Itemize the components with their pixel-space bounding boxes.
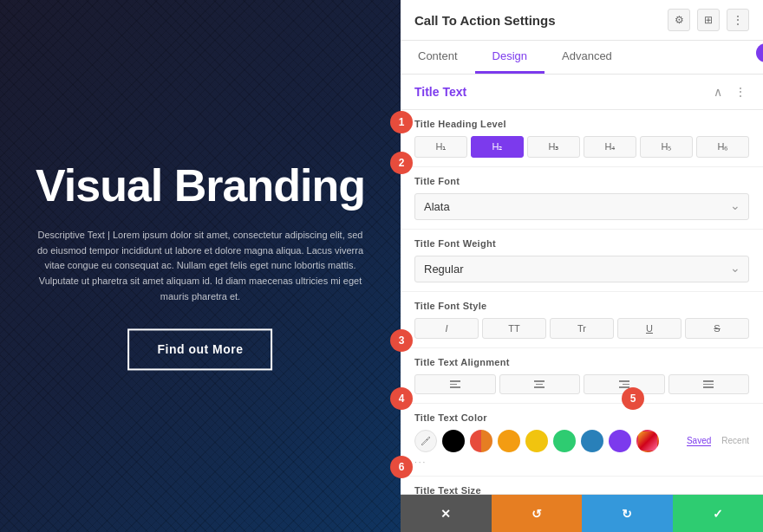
save-button[interactable]: ✓ <box>673 495 764 532</box>
font-select[interactable]: Alata <box>414 193 749 220</box>
section-title: Title Text <box>414 85 466 99</box>
text-size-label: Title Text Size <box>414 485 749 495</box>
heading-h6[interactable]: H₆ <box>696 136 749 158</box>
header-settings-icon[interactable]: ⚙ <box>668 9 690 31</box>
alignment-buttons <box>414 374 749 394</box>
color-more-dots: ··· <box>414 457 749 467</box>
preview-description: Descriptive Text | Lorem ipsum dolor sit… <box>36 229 365 305</box>
align-justify[interactable] <box>668 374 750 394</box>
style-uppercase[interactable]: TT <box>482 318 546 339</box>
redo-button[interactable]: ↻ <box>582 495 673 532</box>
header-icons: ⚙ ⊞ ⋮ <box>668 9 749 31</box>
section-more-btn[interactable]: ⋮ <box>732 83 749 101</box>
color-purple[interactable] <box>609 430 631 452</box>
color-yellow-orange[interactable] <box>498 430 520 452</box>
font-weight-setting: Title Font Weight Regular <box>401 230 763 292</box>
section-collapse-btn[interactable]: ∧ <box>709 83 727 101</box>
tab-content[interactable]: Content <box>401 41 475 74</box>
reset-button[interactable]: ↺ <box>492 495 583 532</box>
settings-body: Title Text ∧ ⋮ Title Heading Level H₁ H₂… <box>401 75 763 494</box>
font-style-label: Title Font Style <box>414 301 749 311</box>
header-expand-icon[interactable]: ⊞ <box>697 9 720 31</box>
heading-h2[interactable]: H₂ <box>471 136 524 158</box>
preview-content: Visual Branding Descriptive Text | Lorem… <box>20 161 381 370</box>
style-capitalize[interactable]: Tr <box>550 318 614 339</box>
color-multistart[interactable] <box>470 430 492 452</box>
preview-panel: Visual Branding Descriptive Text | Lorem… <box>0 0 401 532</box>
color-saved-tab[interactable]: Saved <box>687 436 711 446</box>
font-select-wrapper: Alata <box>414 193 749 220</box>
font-style-setting: Title Font Style I TT Tr U S <box>401 292 763 348</box>
font-setting: Title Font Alata <box>401 167 763 230</box>
heading-h1[interactable]: H₁ <box>414 136 467 158</box>
color-swatches-row: Saved Recent <box>414 430 749 452</box>
color-blue[interactable] <box>581 430 603 452</box>
heading-level-setting: Title Heading Level H₁ H₂ H₃ H₄ H₅ H₆ <box>401 110 763 167</box>
text-alignment-label: Title Text Alignment <box>414 357 749 367</box>
settings-header: Call To Action Settings ⚙ ⊞ ⋮ <box>401 0 763 41</box>
color-recent-tab[interactable]: Recent <box>721 436 749 445</box>
font-style-buttons: I TT Tr U S <box>414 318 749 339</box>
tab-design[interactable]: Design <box>475 41 545 74</box>
preview-background: Visual Branding Descriptive Text | Lorem… <box>0 0 401 532</box>
heading-h3[interactable]: H₃ <box>527 136 580 158</box>
align-center[interactable] <box>499 374 581 394</box>
font-weight-select[interactable]: Regular <box>414 256 749 282</box>
font-weight-select-wrapper: Regular <box>414 256 749 282</box>
text-size-setting: Title Text Size Desktop Tablet Phone 70p… <box>401 477 763 495</box>
color-gradient[interactable] <box>636 430 659 452</box>
color-black[interactable] <box>442 430 465 452</box>
text-color-setting: Title Text Color <box>401 404 763 477</box>
heading-level-buttons: H₁ H₂ H₃ H₄ H₅ H₆ <box>414 136 749 158</box>
step-badge-1: 1 <box>390 111 413 133</box>
font-label: Title Font <box>414 176 749 186</box>
step-badge-3: 3 <box>390 329 413 352</box>
settings-panel-title: Call To Action Settings <box>414 13 556 28</box>
style-italic[interactable]: I <box>414 318 479 339</box>
preview-title: Visual Branding <box>20 161 381 211</box>
step-badge-6: 6 <box>390 456 413 478</box>
heading-h4[interactable]: H₄ <box>584 136 636 158</box>
align-left[interactable] <box>414 374 496 394</box>
preview-cta-button[interactable]: Find out More <box>127 329 272 371</box>
tab-advanced[interactable]: Advanced <box>545 41 629 74</box>
color-yellow[interactable] <box>525 430 548 452</box>
font-weight-label: Title Font Weight <box>414 238 749 249</box>
step-badge-5: 5 <box>622 387 644 410</box>
text-alignment-setting: Title Text Alignment <box>401 348 763 404</box>
cancel-button[interactable]: ✕ <box>401 495 492 532</box>
style-underline[interactable]: U <box>617 318 681 339</box>
step-badge-4: 4 <box>390 387 413 410</box>
header-more-icon[interactable]: ⋮ <box>727 9 749 31</box>
step-badge-2: 2 <box>390 152 413 174</box>
text-color-label: Title Text Color <box>414 412 749 423</box>
heading-level-label: Title Heading Level <box>414 119 749 129</box>
settings-footer: ✕ ↺ ↻ ✓ <box>401 494 763 532</box>
eyedropper-tool[interactable] <box>414 430 437 452</box>
settings-panel: Call To Action Settings ⚙ ⊞ ⋮ › Content … <box>401 0 763 532</box>
section-header: Title Text ∧ ⋮ <box>401 75 763 110</box>
heading-h5[interactable]: H₅ <box>640 136 693 158</box>
section-actions: ∧ ⋮ <box>709 83 749 101</box>
color-green[interactable] <box>553 430 576 452</box>
style-strikethrough[interactable]: S <box>685 318 749 339</box>
settings-tabs: Content Design Advanced <box>401 41 763 75</box>
